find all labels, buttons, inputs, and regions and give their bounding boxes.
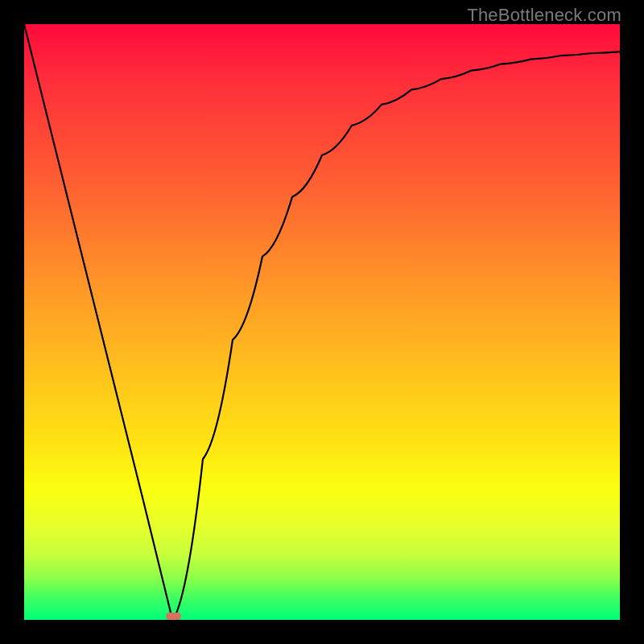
plot-area xyxy=(24,24,620,620)
bottleneck-curve xyxy=(24,24,620,620)
optimal-marker xyxy=(166,613,181,620)
watermark-text: TheBottleneck.com xyxy=(467,5,621,26)
chart-frame: TheBottleneck.com xyxy=(0,0,644,644)
